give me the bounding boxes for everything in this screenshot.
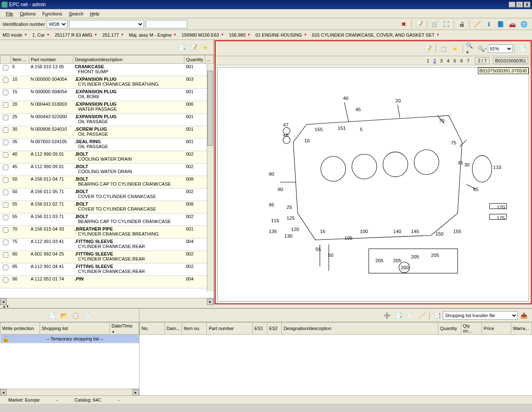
page-2[interactable]: 2	[431, 58, 438, 63]
add-doc-icon[interactable]: 📄+	[177, 42, 187, 52]
id-type-select[interactable]: WDB	[47, 20, 67, 28]
menu-functions[interactable]: Functions	[39, 10, 66, 17]
breadcrumb-car[interactable]: 1. Car▼	[32, 32, 50, 37]
row-checkbox[interactable]	[3, 202, 8, 208]
menu-help[interactable]: Help	[87, 10, 103, 17]
row-checkbox[interactable]	[3, 65, 8, 70]
table-row[interactable]: 80A 601 992 04 25.FITTING SLEEVECYLINDER…	[0, 251, 214, 263]
row-checkbox[interactable]	[3, 102, 8, 108]
col-list[interactable]: Shopping list	[40, 323, 110, 335]
row-checkbox[interactable]	[3, 215, 8, 220]
page-icon[interactable]: 📄	[517, 44, 527, 54]
table-row[interactable]: 35N 007603 024105.SEAL RINGOIL PASSAGE00…	[0, 139, 214, 151]
breadcrumb-assy[interactable]: Maj. assy M - Engine▼	[129, 32, 177, 37]
table-row[interactable]: 40A 112 990 09 01.BOLTCOOLING WATER DRAI…	[0, 151, 214, 164]
col-dt[interactable]: Date/Time ▲	[110, 323, 139, 335]
cart-icon[interactable]: 🛒	[430, 19, 440, 29]
breadcrumb-modelnum[interactable]: 251.177▼	[102, 32, 124, 37]
export-icon[interactable]: 📤	[519, 310, 529, 320]
page-5[interactable]: 5	[452, 58, 458, 63]
col-part[interactable]: Part number	[29, 55, 73, 64]
breadcrumb-mode[interactable]: MD mode▼	[2, 32, 27, 37]
row-checkbox[interactable]	[3, 265, 8, 270]
table-row[interactable]: 85A 112 991 04 41.FITTING SLEEVECYLINDER…	[0, 263, 214, 276]
zoom-in-icon[interactable]: 🔍+	[465, 44, 475, 54]
shop-list-row[interactable]: 🔓 -- Temporary shopping list --	[0, 335, 139, 343]
table-row[interactable]: 50A 156 011 05 71.BOLTCOVER TO CYLINDER …	[0, 189, 214, 201]
page-3[interactable]: 3	[438, 58, 445, 63]
breadcrumb-enginenum[interactable]: 156.980▼	[229, 32, 251, 37]
breadcrumb-engine[interactable]: 156980 M156 E63▼	[181, 32, 224, 37]
row-checkbox[interactable]	[3, 227, 8, 233]
table-row[interactable]: 55A 156 011 03 71.BOLTBEARING CAP TO CYL…	[0, 213, 214, 226]
table-row[interactable]: 20N 000443 018003.EXPANSION PLUGWATER PA…	[0, 101, 214, 114]
menu-file[interactable]: File	[2, 10, 17, 17]
row-checkbox[interactable]	[3, 115, 8, 120]
page-7[interactable]: 7	[465, 58, 472, 63]
new-doc-icon[interactable]: 📄	[47, 310, 57, 320]
vertical-scrollbar[interactable]	[207, 64, 214, 291]
row-checkbox[interactable]	[3, 277, 8, 283]
diagram-canvas[interactable]: B01075000391.070530	[217, 67, 529, 302]
breadcrumb-group[interactable]: 01 ENGINE HOUSING▼	[256, 32, 307, 37]
col-price[interactable]: Price	[482, 323, 511, 335]
col-desig[interactable]: Designation/description	[73, 55, 184, 64]
table-row[interactable]: 30N 000908 024010.SCREW PLUGOIL PASSAGE0…	[0, 126, 214, 139]
add-doc-green-icon[interactable]: 📄+	[393, 310, 403, 320]
erase-icon[interactable]: 🧹	[472, 19, 482, 29]
collapse-handle[interactable]: ▲▼	[0, 305, 532, 308]
table-row[interactable]: 10N 000000 004054.EXPANSION PLUGCYLINDER…	[0, 76, 214, 89]
row-checkbox[interactable]	[3, 90, 8, 95]
page-4[interactable]: 4	[445, 58, 451, 63]
breadcrumb-subgroup[interactable]: 015 CYLINDER CRANKCASE, COVER, AND GASKE…	[312, 32, 440, 37]
table-row[interactable]: 50A 156 011 04 71.BOLTBEARING CAP TO CYL…	[0, 176, 214, 189]
row-checkbox[interactable]	[3, 152, 8, 158]
page-1[interactable]: 1	[425, 58, 431, 63]
id-value-select[interactable]	[69, 20, 144, 28]
col-qtyon[interactable]: Qty on...	[461, 323, 482, 335]
row-checkbox[interactable]	[3, 190, 8, 195]
open-folder-icon[interactable]: 📂	[59, 310, 69, 320]
col-desig2[interactable]: Designation/description	[282, 323, 438, 335]
col-wp[interactable]: Write protection	[0, 323, 40, 335]
print-icon[interactable]: 🖨	[457, 19, 467, 29]
globe-icon[interactable]: 🌐	[519, 19, 529, 29]
book-icon[interactable]: 📘	[495, 19, 505, 29]
table-row[interactable]: 75A 112 991 03 41.FITTING SLEEVECYLINDER…	[0, 238, 214, 251]
edit-diagram-icon[interactable]: 📝	[423, 44, 433, 54]
col-qty[interactable]: Quantity	[184, 55, 205, 64]
breadcrumb-model[interactable]: 251177 R 63 AMG▼	[55, 32, 97, 37]
table-row[interactable]: 55A 156 011 02 71.BOLTCOVER TO CYLINDER …	[0, 201, 214, 213]
table-row[interactable]: 70A 156 015 04 33.BREATHER PIPECYLINDER …	[0, 226, 214, 238]
table-row[interactable]: 90A 112 052 01 74.PIN004	[0, 276, 214, 288]
col-item[interactable]: Item ...	[11, 55, 29, 64]
fullscreen-icon[interactable]: ⛶	[441, 19, 451, 29]
col-no[interactable]: No.	[140, 323, 165, 335]
col-check[interactable]	[0, 55, 11, 64]
table-row[interactable]: 25N 000443 022000.EXPANSION PLUGOIL PASS…	[0, 114, 214, 126]
row-checkbox[interactable]	[3, 140, 8, 145]
col-es1[interactable]: ES1	[253, 323, 267, 335]
horizontal-scrollbar[interactable]: ◄►	[0, 298, 214, 305]
table-row[interactable]: 15N 000000 004054.EXPANSION PLUGOIL BORE…	[0, 89, 214, 101]
edit-icon[interactable]: 📝	[414, 19, 424, 29]
star-icon[interactable]: ★	[450, 44, 460, 54]
row-checkbox[interactable]	[3, 77, 8, 83]
menu-options[interactable]: Options	[17, 10, 39, 17]
row-checkbox[interactable]	[3, 252, 8, 258]
transfer-select[interactable]: Shopping list transfer file	[443, 311, 518, 320]
info-icon[interactable]: ℹ	[484, 19, 494, 29]
close-button[interactable]: X	[524, 2, 530, 7]
page-6[interactable]: 6	[458, 58, 465, 63]
col-es2[interactable]: ES2	[267, 323, 282, 335]
col-dam[interactable]: Dam...	[165, 323, 182, 335]
row-checkbox[interactable]	[3, 165, 8, 170]
col-partnum[interactable]: Part number	[207, 323, 253, 335]
transfer-icon[interactable]: 📑	[432, 310, 442, 320]
maximize-button[interactable]: □	[516, 2, 523, 7]
shop-left-hscroll[interactable]: ◄►	[0, 389, 139, 395]
zoom-out-icon[interactable]: 🔍-	[477, 44, 487, 54]
table-row[interactable]: 45A 112 990 09 01.BOLTCOOLING WATER DRAI…	[0, 164, 214, 176]
delete-icon[interactable]: ✖	[399, 19, 409, 29]
edit-doc-icon[interactable]: 📝	[189, 42, 199, 52]
